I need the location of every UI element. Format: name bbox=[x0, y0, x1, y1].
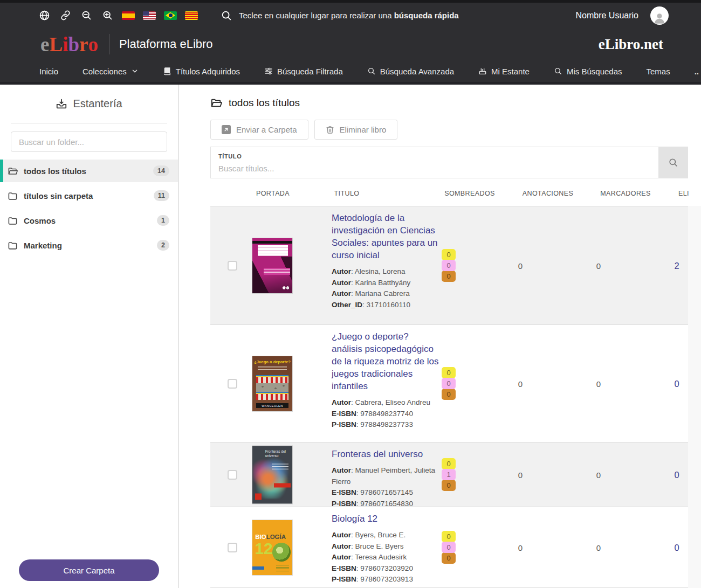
annotations-count: 0 bbox=[518, 379, 523, 388]
folder-list: todos los títulos 14 títulos sin carpeta… bbox=[0, 160, 178, 259]
shelf-tray-icon bbox=[56, 98, 67, 110]
user-icon bbox=[652, 11, 666, 25]
nav-temas[interactable]: Temas bbox=[647, 67, 670, 76]
create-folder-button[interactable]: Crear Carpeta bbox=[19, 559, 159, 581]
utility-icons bbox=[38, 9, 198, 22]
cover-art-fronteras: Fronteras del universo bbox=[252, 446, 292, 503]
avatar[interactable] bbox=[650, 6, 669, 25]
title-search-label: TÍTULO bbox=[218, 153, 242, 160]
book-title-link[interactable]: Fronteras del universo bbox=[332, 448, 439, 460]
folder-item-titulos-sin-carpeta[interactable]: títulos sin carpeta 11 bbox=[0, 184, 178, 207]
folder-label: títulos sin carpeta bbox=[24, 191, 93, 200]
nav-mis-busquedas[interactable]: Mis Búsquedas bbox=[554, 67, 622, 76]
folder-item-todos-los-titulos[interactable]: todos los títulos 14 bbox=[0, 160, 178, 182]
annotations-count: 0 bbox=[518, 261, 523, 270]
nav-busqueda-filtrada[interactable]: Búsqueda Filtrada bbox=[264, 67, 343, 76]
elibro-logo[interactable]: eLibro bbox=[40, 33, 98, 56]
book-detail: E-ISBN: 9786071657145 bbox=[332, 487, 439, 499]
highlight-yellow-count: 0 bbox=[442, 367, 456, 378]
folder-label: Marketing bbox=[24, 241, 62, 250]
book-cover[interactable] bbox=[252, 238, 292, 293]
logo-letter: o bbox=[88, 33, 98, 56]
nav-label: .. bbox=[695, 67, 699, 76]
book-info: ¿Juego o deporte? análisis psicopedagógi… bbox=[332, 330, 439, 431]
nav-label: Colecciones bbox=[83, 67, 127, 76]
sidebar-divider bbox=[11, 123, 167, 123]
column-sombreados: SOMBREADOS bbox=[444, 190, 495, 197]
book-detail: Autor: Cabrera, Eliseo Andreu bbox=[332, 397, 439, 409]
flag-catalonia-button[interactable] bbox=[185, 11, 198, 20]
column-portada: PORTADA bbox=[256, 190, 290, 197]
highlight-badges: 0 0 0 bbox=[442, 250, 456, 282]
folder-icon bbox=[8, 216, 18, 226]
deleted-count: 0 bbox=[674, 469, 679, 480]
brand-header: eLibro Plataforma eLibro eLibro.net bbox=[0, 28, 701, 60]
title-search-panel: TÍTULO bbox=[210, 147, 688, 178]
book-cover[interactable]: BIOLOGÍA 12 bbox=[252, 520, 292, 575]
column-anotaciones: ANOTACIONES bbox=[523, 190, 573, 197]
page-title: todos los títulos bbox=[210, 97, 300, 109]
nav-titulos-adquiridos[interactable]: Títulos Adquiridos bbox=[163, 67, 240, 76]
deleted-count: 2 bbox=[674, 260, 679, 271]
book-cover[interactable]: Fronteras del universo bbox=[252, 446, 292, 503]
nav-colecciones[interactable]: Colecciones bbox=[83, 67, 139, 76]
column-titulo: TITULO bbox=[334, 190, 360, 197]
table-right-gutter bbox=[688, 206, 701, 588]
flag-spain-button[interactable] bbox=[122, 11, 135, 20]
flag-usa-button[interactable] bbox=[143, 11, 156, 20]
nav-inicio[interactable]: Inicio bbox=[39, 67, 58, 76]
quick-search-text: Teclee en cualquier lugar para realizar … bbox=[239, 11, 459, 20]
book-cover[interactable]: ¿Juego o deporte? WANCEULEN bbox=[252, 356, 292, 411]
book-detail: Autor: Mariana Cabrera bbox=[332, 288, 439, 300]
highlight-pink-count: 0 bbox=[442, 260, 456, 271]
zoom-in-icon[interactable] bbox=[101, 9, 114, 22]
sidebar-title: Estantería bbox=[0, 98, 178, 110]
row-checkbox[interactable] bbox=[228, 379, 237, 389]
highlight-pink-count: 1 bbox=[442, 469, 456, 480]
folder-label: Cosmos bbox=[24, 216, 56, 225]
quick-search-hint[interactable]: Teclee en cualquier lugar para realizar … bbox=[221, 10, 459, 22]
folder-count-badge: 1 bbox=[157, 215, 169, 226]
row-checkbox[interactable] bbox=[228, 470, 237, 480]
send-icon bbox=[222, 125, 231, 134]
flag-brazil-button[interactable] bbox=[164, 11, 177, 20]
book-detail: P-ISBN: 9788498237733 bbox=[332, 419, 439, 431]
nav-label: Búsqueda Avanzada bbox=[380, 67, 454, 76]
search-icon bbox=[554, 67, 562, 75]
send-to-folder-button[interactable]: Enviar a Carpeta bbox=[210, 120, 308, 140]
button-label: Enviar a Carpeta bbox=[236, 125, 297, 134]
logo-letter: b bbox=[68, 33, 79, 56]
page-title-text: todos los títulos bbox=[229, 97, 300, 109]
nav-mi-estante[interactable]: Mi Estante bbox=[478, 67, 530, 76]
nav-busqueda-avanzada[interactable]: Búsqueda Avanzada bbox=[367, 67, 454, 76]
folder-item-marketing[interactable]: Marketing 2 bbox=[0, 234, 178, 257]
zoom-out-icon[interactable] bbox=[80, 9, 93, 22]
highlight-badges: 0 0 0 bbox=[442, 531, 456, 564]
book-title-link[interactable]: Biología 12 bbox=[332, 513, 439, 525]
top-utility-bar: Teclee en cualquier lugar para realizar … bbox=[0, 3, 701, 28]
row-checkbox[interactable] bbox=[228, 261, 237, 271]
link-icon[interactable] bbox=[59, 9, 72, 22]
deleted-count: 0 bbox=[674, 378, 679, 389]
book-detail: E-ISBN: 9786073203920 bbox=[332, 563, 439, 575]
nav-label: Títulos Adquiridos bbox=[176, 67, 240, 76]
folder-search-input[interactable] bbox=[11, 132, 167, 152]
highlight-yellow-count: 0 bbox=[442, 249, 456, 260]
bookmarks-count: 0 bbox=[596, 543, 601, 552]
title-search-button[interactable] bbox=[658, 147, 688, 178]
nav-more[interactable]: .. bbox=[695, 67, 699, 76]
globe-icon[interactable] bbox=[38, 9, 51, 22]
cover-art-juego: ¿Juego o deporte? WANCEULEN bbox=[252, 356, 292, 411]
delete-book-button[interactable]: Eliminar libro bbox=[314, 120, 398, 140]
user-area: Nombre Usuario bbox=[576, 6, 701, 25]
table-row: Metodología de la investigación en Cienc… bbox=[210, 206, 688, 325]
highlight-pink-count: 0 bbox=[442, 542, 456, 553]
nav-label: Búsqueda Filtrada bbox=[277, 67, 343, 76]
book-title-link[interactable]: Metodología de la investigación en Cienc… bbox=[332, 212, 439, 261]
folder-item-cosmos[interactable]: Cosmos 1 bbox=[0, 209, 178, 232]
book-info: Biología 12 Autor: Byers, Bruce E. Autor… bbox=[332, 513, 439, 585]
row-checkbox[interactable] bbox=[228, 543, 237, 552]
book-title-link[interactable]: ¿Juego o deporte? análisis psicopedagógi… bbox=[332, 330, 439, 392]
title-search-input[interactable] bbox=[218, 161, 650, 175]
search-icon bbox=[221, 10, 232, 22]
